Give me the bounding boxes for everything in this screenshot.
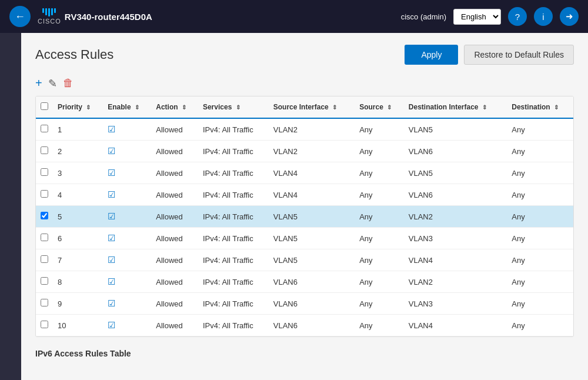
cell-priority: 8 xyxy=(53,271,103,293)
row-checkbox-cell[interactable] xyxy=(36,162,53,184)
edit-rule-button[interactable]: ✎ xyxy=(48,77,57,90)
dest-interface-sort-icon: ⇕ xyxy=(482,104,487,111)
help-button[interactable]: ? xyxy=(508,7,527,26)
cell-action: Allowed xyxy=(151,118,198,141)
add-rule-button[interactable]: + xyxy=(35,76,42,90)
row-checkbox[interactable] xyxy=(41,277,48,285)
info-button[interactable]: i xyxy=(534,7,553,26)
cell-priority: 10 xyxy=(53,315,103,336)
col-enable[interactable]: Enable ⇕ xyxy=(103,96,151,118)
back-button[interactable]: ← xyxy=(9,6,31,27)
cell-action: Allowed xyxy=(151,228,198,249)
cell-enable: ☑ xyxy=(103,249,151,271)
cell-source: Any xyxy=(355,206,404,228)
cell-dest-interface: VLAN5 xyxy=(404,118,507,141)
row-checkbox-cell[interactable] xyxy=(36,184,53,206)
enable-check-icon: ☑ xyxy=(108,124,115,134)
cell-enable: ☑ xyxy=(103,184,151,206)
cisco-logo: CISCO RV340-router445D0A xyxy=(38,8,152,25)
action-sort-icon: ⇕ xyxy=(182,104,186,111)
cell-destination: Any xyxy=(507,162,573,184)
table-header: Priority ⇕ Enable ⇕ Action ⇕ Services ⇕ … xyxy=(36,96,573,118)
cell-services: IPv4: All Traffic xyxy=(198,206,269,228)
row-checkbox-cell[interactable] xyxy=(36,315,53,336)
apply-button[interactable]: Apply xyxy=(405,45,458,65)
col-action[interactable]: Action ⇕ xyxy=(151,96,198,118)
delete-rule-button[interactable]: 🗑 xyxy=(63,77,74,89)
cell-enable: ☑ xyxy=(103,141,151,162)
row-checkbox[interactable] xyxy=(41,212,48,219)
row-checkbox[interactable] xyxy=(41,125,48,132)
row-checkbox[interactable] xyxy=(41,321,48,328)
cell-action: Allowed xyxy=(151,206,198,228)
cell-services: IPv4: All Traffic xyxy=(198,141,269,162)
row-checkbox-cell[interactable] xyxy=(36,249,53,271)
enable-sort-icon: ⇕ xyxy=(135,104,139,111)
table-row: 1 ☑ Allowed IPv4: All Traffic VLAN2 Any … xyxy=(36,118,573,141)
enable-check-icon: ☑ xyxy=(108,276,115,286)
table-row: 10 ☑ Allowed IPv4: All Traffic VLAN6 Any… xyxy=(36,315,573,336)
cell-source-interface: VLAN6 xyxy=(269,293,355,315)
cell-enable: ☑ xyxy=(103,271,151,293)
header-actions: Apply Restore to Default Rules xyxy=(405,45,574,65)
cell-enable: ☑ xyxy=(103,293,151,315)
cell-destination: Any xyxy=(507,118,573,141)
col-destination[interactable]: Destination ⇕ xyxy=(507,96,573,118)
language-select[interactable]: English xyxy=(453,9,501,25)
table-row: 4 ☑ Allowed IPv4: All Traffic VLAN4 Any … xyxy=(36,184,573,206)
cell-priority: 5 xyxy=(53,206,103,228)
row-checkbox[interactable] xyxy=(41,234,48,241)
cell-dest-interface: VLAN6 xyxy=(404,184,507,206)
cell-priority: 2 xyxy=(53,141,103,162)
cell-priority: 3 xyxy=(53,162,103,184)
row-checkbox[interactable] xyxy=(41,255,48,263)
enable-check-icon: ☑ xyxy=(108,146,115,156)
row-checkbox-cell[interactable] xyxy=(36,118,53,141)
table-row: 6 ☑ Allowed IPv4: All Traffic VLAN5 Any … xyxy=(36,228,573,249)
logout-button[interactable]: ➜ xyxy=(560,7,579,26)
enable-check-icon: ☑ xyxy=(108,233,115,243)
row-checkbox[interactable] xyxy=(41,190,48,198)
select-all-checkbox[interactable] xyxy=(41,102,48,110)
row-checkbox-cell[interactable] xyxy=(36,206,53,228)
cell-services: IPv4: All Traffic xyxy=(198,162,269,184)
table-row: 7 ☑ Allowed IPv4: All Traffic VLAN5 Any … xyxy=(36,249,573,271)
page-title: Access Rules xyxy=(35,47,113,62)
cell-source: Any xyxy=(355,141,404,162)
col-source-interface[interactable]: Source Interface ⇕ xyxy=(269,96,355,118)
services-sort-icon: ⇕ xyxy=(236,104,240,111)
cell-priority: 1 xyxy=(53,118,103,141)
row-checkbox-cell[interactable] xyxy=(36,228,53,249)
cell-action: Allowed xyxy=(151,184,198,206)
table-row: 8 ☑ Allowed IPv4: All Traffic VLAN6 Any … xyxy=(36,271,573,293)
row-checkbox[interactable] xyxy=(41,168,48,176)
col-source[interactable]: Source ⇕ xyxy=(355,96,404,118)
select-all-header[interactable] xyxy=(36,96,53,118)
cell-services: IPv4: All Traffic xyxy=(198,118,269,141)
table-row: 2 ☑ Allowed IPv4: All Traffic VLAN2 Any … xyxy=(36,141,573,162)
enable-check-icon: ☑ xyxy=(108,189,115,199)
dest-sort-icon: ⇕ xyxy=(554,104,559,111)
col-priority[interactable]: Priority ⇕ xyxy=(53,96,103,118)
cell-source: Any xyxy=(355,228,404,249)
top-navigation: ← CISCO RV340-router445D0A cisco (admin)… xyxy=(0,0,588,33)
row-checkbox[interactable] xyxy=(41,146,48,154)
row-checkbox-cell[interactable] xyxy=(36,141,53,162)
source-sort-icon: ⇕ xyxy=(387,104,392,111)
cell-source: Any xyxy=(355,249,404,271)
row-checkbox-cell[interactable] xyxy=(36,271,53,293)
cell-source: Any xyxy=(355,293,404,315)
help-icon: ? xyxy=(515,12,520,22)
cell-enable: ☑ xyxy=(103,315,151,336)
cell-source: Any xyxy=(355,184,404,206)
restore-button[interactable]: Restore to Default Rules xyxy=(464,45,574,65)
row-checkbox-cell[interactable] xyxy=(36,293,53,315)
cisco-brand-mark: CISCO xyxy=(38,8,61,25)
cisco-text: CISCO xyxy=(38,18,61,25)
cell-dest-interface: VLAN5 xyxy=(404,162,507,184)
cell-dest-interface: VLAN4 xyxy=(404,249,507,271)
cell-destination: Any xyxy=(507,141,573,162)
row-checkbox[interactable] xyxy=(41,299,48,306)
col-services[interactable]: Services ⇕ xyxy=(198,96,269,118)
col-dest-interface[interactable]: Destination Interface ⇕ xyxy=(404,96,507,118)
